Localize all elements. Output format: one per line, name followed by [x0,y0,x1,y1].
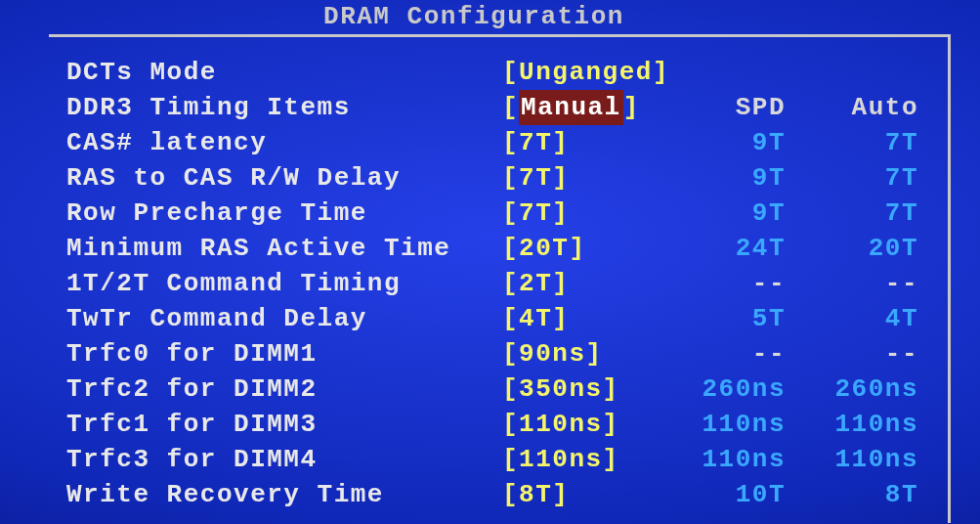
setting-label: Trfc3 for DIMM4 [66,442,318,477]
setting-value[interactable]: [90ns] [502,336,603,371]
setting-row[interactable]: DDR3 Timing Items[Manual]SPDAuto [66,90,975,125]
auto-value: -- [801,266,918,301]
setting-label: Trfc1 for DIMM3 [66,407,318,442]
setting-label: CAS# latency [66,125,267,160]
setting-value[interactable]: [350ns] [502,371,619,407]
settings-list: DCTs Mode[Unganged]DDR3 Timing Items[Man… [66,55,975,512]
setting-label: DDR3 Timing Items [66,90,351,125]
setting-value[interactable]: [110ns] [502,407,619,442]
spd-value: 24T [668,231,786,266]
auto-value: 260ns [801,371,918,407]
setting-row[interactable]: TwTr Command Delay[4T]5T4T [66,301,975,336]
column-header-auto: Auto [801,90,918,125]
setting-row[interactable]: Trfc2 for DIMM2[350ns]260ns260nsS [66,371,975,407]
setting-label: TwTr Command Delay [66,301,367,336]
page-title: DRAM Configuration [0,2,948,31]
setting-value[interactable]: [Manual] [502,90,640,125]
column-header-spd: SPD [668,90,786,125]
setting-label: Write Recovery Time [66,477,384,512]
setting-label: 1T/2T Command Timing [66,266,401,301]
setting-value[interactable]: [20T] [502,231,586,266]
setting-value[interactable]: [110ns] [502,442,619,477]
auto-value: 110ns [801,407,918,442]
spd-value: 110ns [668,407,786,442]
setting-value[interactable]: [7T] [502,196,569,231]
spd-value: 9T [668,125,786,160]
setting-value[interactable]: [7T] [502,125,569,160]
setting-label: Row Precharge Time [66,196,367,231]
setting-row[interactable]: Trfc1 for DIMM3[110ns]110ns110nsu [66,407,975,442]
auto-value: 7T [801,196,918,231]
setting-label: Trfc0 for DIMM1 [66,336,318,371]
setting-label: Minimum RAS Active Time [66,231,450,266]
setting-label: RAS to CAS R/W Delay [66,160,401,196]
setting-row[interactable]: CAS# latency[7T]9T7TM [66,125,975,160]
setting-value[interactable]: [8T] [502,477,569,512]
auto-value: -- [801,336,918,371]
setting-row[interactable]: Minimum RAS Active Time[20T]24T20TS [66,231,975,266]
setting-row[interactable]: Trfc3 for DIMM4[110ns]110ns110ns [66,442,975,477]
setting-value[interactable]: [2T] [502,266,569,301]
setting-row[interactable]: 1T/2T Command Timing[2T]----D [66,266,975,301]
spd-value: 260ns [668,371,786,407]
setting-label: DCTs Mode [66,55,217,90]
setting-label: Trfc2 for DIMM2 [66,371,318,407]
auto-value: 7T [801,160,918,196]
setting-value[interactable]: [7T] [502,160,569,196]
spd-value: 5T [668,301,786,336]
spd-value: 110ns [668,442,786,477]
auto-value: 20T [801,231,918,266]
setting-row[interactable]: DCTs Mode[Unganged] [66,55,975,90]
auto-value: 7T [801,125,918,160]
setting-row[interactable]: Row Precharge Time[7T]9T7T[ [66,196,975,231]
setting-row[interactable]: Write Recovery Time[8T]10T8T [66,477,975,512]
setting-row[interactable]: Trfc0 for DIMM1[90ns]----[ [66,336,975,371]
spd-value: 9T [668,196,786,231]
spd-value: -- [668,266,786,301]
setting-value[interactable]: [4T] [502,301,569,336]
spd-value: 9T [668,160,786,196]
auto-value: 4T [801,301,918,336]
auto-value: 110ns [801,442,918,477]
setting-row[interactable]: RAS to CAS R/W Delay[7T]9T7T [66,160,975,196]
spd-value: -- [668,336,786,371]
setting-value[interactable]: [Unganged] [502,55,669,90]
spd-value: 10T [668,477,786,512]
auto-value: 8T [801,477,918,512]
